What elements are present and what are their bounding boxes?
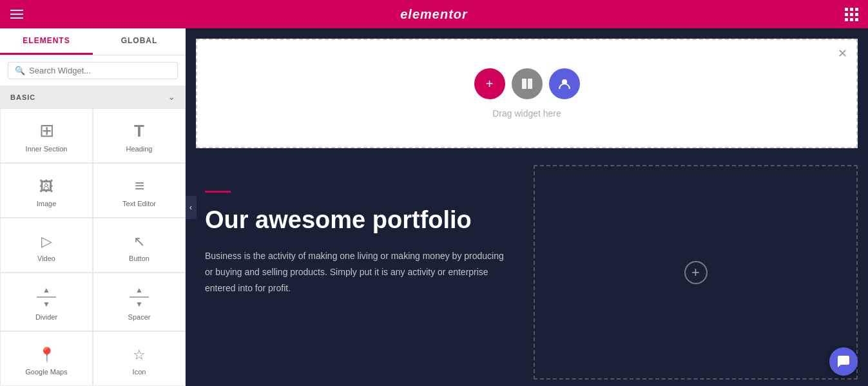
sidebar-tabs: ELEMENTS GLOBAL <box>0 28 186 55</box>
add-element-button[interactable]: + <box>474 68 505 99</box>
tab-elements[interactable]: ELEMENTS <box>0 28 93 55</box>
drop-zone: ✕ + Drag widget here <box>196 39 858 148</box>
widget-text-editor[interactable]: Text Editor <box>93 163 186 218</box>
search-wrapper: 🔍 <box>8 62 178 79</box>
video-icon <box>41 231 52 249</box>
portfolio-body: Business is the activity of making one l… <box>205 248 514 297</box>
widget-label-inner-section: Inner Section <box>26 145 68 153</box>
widget-map[interactable]: Google Maps <box>0 331 93 386</box>
widget-video[interactable]: Video <box>0 218 93 273</box>
main-layout: ELEMENTS GLOBAL 🔍 BASIC ⌄ Inner Section … <box>0 28 868 386</box>
section-header-basic[interactable]: BASIC ⌄ <box>0 86 186 108</box>
widget-label-image: Image <box>37 200 57 207</box>
accent-line <box>205 191 231 193</box>
widget-inner-section[interactable]: Inner Section <box>0 108 93 163</box>
search-icon: 🔍 <box>15 66 25 75</box>
canvas: ‹ ✕ + Drag widget here <box>186 28 868 386</box>
text-editor-icon <box>135 177 144 195</box>
star-icon <box>133 345 146 363</box>
widget-image[interactable]: Image <box>0 163 93 218</box>
top-bar: elementor <box>0 0 868 28</box>
widget-label-icon: Icon <box>133 368 146 376</box>
widget-label-map: Google Maps <box>25 368 67 376</box>
widget-spacer[interactable]: ▲ ▼ Spacer <box>93 273 186 331</box>
chat-bubble-button[interactable] <box>829 347 858 376</box>
drag-hint: Drag widget here <box>492 108 561 119</box>
close-section-button[interactable]: ✕ <box>838 46 847 61</box>
chevron-down-icon: ⌄ <box>168 93 175 102</box>
search-input[interactable] <box>29 66 171 75</box>
widget-icon[interactable]: Icon <box>93 331 186 386</box>
divider-icon: ▲ ▼ <box>37 286 56 308</box>
drop-action-buttons: + <box>474 68 580 99</box>
svg-rect-0 <box>522 79 526 89</box>
widget-label-spacer: Spacer <box>128 313 151 321</box>
spacer-icon: ▲ ▼ <box>130 286 149 308</box>
widget-label-button: Button <box>129 255 149 262</box>
content-drop-zone[interactable]: + <box>534 165 858 380</box>
widget-heading[interactable]: Heading <box>93 108 186 163</box>
elementor-logo: elementor <box>400 7 468 22</box>
user-template-button[interactable] <box>549 68 580 99</box>
hamburger-menu[interactable] <box>10 10 23 19</box>
content-section: Our awesome portfolio Business is the ac… <box>186 159 868 386</box>
widget-divider[interactable]: ▲ ▼ Divider <box>0 273 93 331</box>
content-left: Our awesome portfolio Business is the ac… <box>186 159 534 386</box>
button-icon <box>133 231 145 249</box>
widget-label-text-editor: Text Editor <box>122 200 156 207</box>
tab-global[interactable]: GLOBAL <box>93 28 186 55</box>
svg-rect-1 <box>528 79 532 89</box>
collapse-sidebar-button[interactable]: ‹ <box>186 196 197 219</box>
widget-label-heading: Heading <box>126 145 153 153</box>
image-icon <box>39 177 53 195</box>
widgets-grid: Inner Section Heading Image Text Editor … <box>0 108 186 386</box>
sidebar: ELEMENTS GLOBAL 🔍 BASIC ⌄ Inner Section … <box>0 28 186 386</box>
widget-button[interactable]: Button <box>93 218 186 273</box>
inner-section-icon <box>39 122 54 140</box>
add-content-button[interactable]: + <box>684 261 708 284</box>
search-box: 🔍 <box>0 55 186 86</box>
map-icon <box>38 345 55 363</box>
portfolio-heading: Our awesome portfolio <box>205 206 514 235</box>
widget-label-divider: Divider <box>35 313 57 321</box>
section-label: BASIC <box>10 93 35 101</box>
widget-label-video: Video <box>37 255 55 262</box>
heading-icon <box>134 122 144 140</box>
apps-grid-icon[interactable] <box>845 8 858 21</box>
layout-button[interactable] <box>512 68 543 99</box>
